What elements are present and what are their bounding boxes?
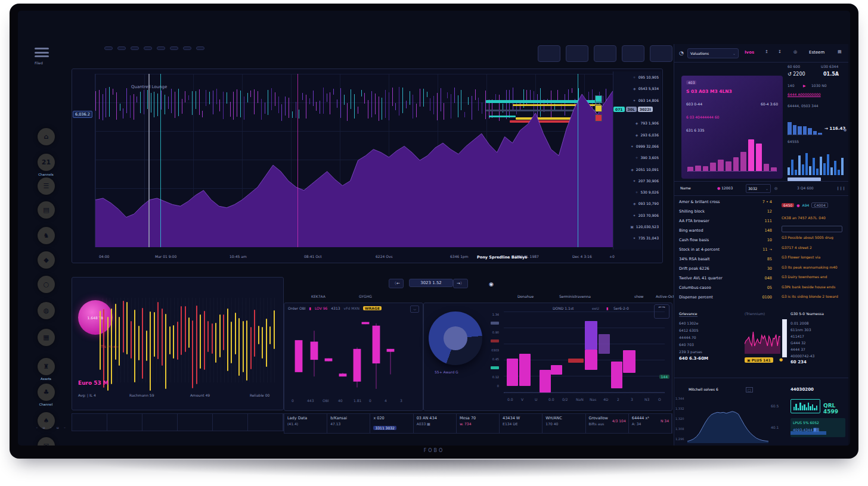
chart-mark [169, 326, 170, 354]
globe-icon[interactable]: ◎ [793, 49, 797, 54]
ladder-row[interactable]: ◈793 1,906 [613, 117, 661, 129]
tab[interactable] [213, 414, 248, 431]
glitch-block: LPUS 5% 6052 4093-4344 ▓▒ [790, 418, 845, 437]
summary-card[interactable]: 403 S 03 A03 M3 4LN3 603 0-44 60-4 3:60 … [681, 76, 783, 179]
year-dropdown[interactable]: 3032⌄ [746, 184, 771, 193]
candles-box-icon[interactable]: ⌵ [410, 306, 419, 313]
table-head-circle-icon[interactable]: ◎ [774, 186, 777, 190]
grid-icon[interactable]: ▤ [838, 49, 842, 54]
hamburger-menu-icon[interactable] [35, 48, 49, 57]
table-head-bars-icon[interactable]: ❙❙❙ [836, 186, 845, 190]
ladder-row[interactable]: ✦203 70,906 [613, 210, 661, 221]
card-link[interactable]: 6 03 40444444 60 [686, 115, 719, 119]
area-chart-box-icon[interactable]: ▢ [746, 387, 753, 392]
candles-badge[interactable]: WRAGE [363, 306, 382, 310]
toolbar-button[interactable] [622, 45, 644, 62]
status-cell[interactable]: b/Kansai 47.13 [327, 414, 370, 433]
ticker-box[interactable] [157, 46, 165, 50]
chip-cyan[interactable]: A94 [802, 203, 810, 207]
ladder-row[interactable]: ◈0543 5,934 [613, 83, 661, 94]
chip-red[interactable]: 6450 [782, 203, 794, 207]
toolbar-button[interactable] [594, 45, 616, 62]
forward-button[interactable]: →〉 [453, 279, 468, 288]
status-line2: 170 40 [545, 422, 582, 426]
tab[interactable] [72, 414, 107, 431]
status-cell[interactable]: x 020 3311 3032 [370, 414, 413, 433]
bell-icon[interactable]: ◉ [489, 281, 494, 287]
chart-mark: 08:41 Oct [304, 254, 322, 258]
table-head-name[interactable]: Name [680, 186, 691, 190]
chart-mark [710, 163, 716, 171]
plus-badge[interactable]: ▣ PLUS 141 [745, 357, 773, 363]
chart-plot-area[interactable]: Quantrell Lounge 04:00Mar 01 9:0010:45 a… [95, 74, 613, 247]
tab[interactable] [142, 414, 178, 431]
status-cell[interactable]: Lady Data (41.4) [284, 414, 327, 433]
ladder-row[interactable]: ✧095 10,905 [613, 71, 661, 83]
ladder-row[interactable]: ▣120,030,523 [613, 221, 661, 232]
sort-up-icon[interactable]: ↥ [765, 49, 768, 54]
donut-gauge[interactable] [429, 311, 482, 365]
teal-eq-badge[interactable] [790, 399, 820, 413]
chart-mark: Serministravenna [559, 294, 591, 298]
chart-mark [808, 403, 809, 410]
status-cell[interactable]: 64444 x¹ A: 34 N 34 [629, 414, 672, 433]
notes-chips: 6450 ● A94 C4004 [782, 202, 828, 208]
ladder-row[interactable]: ◈293 6,036 [613, 129, 661, 140]
back-button[interactable]: 〈← [389, 279, 404, 288]
right-panel: ◔ Valuations ⌄ Ivos ↥ ↧ ◎ Esteem ▤ 403 S… [674, 44, 848, 446]
tab[interactable] [178, 414, 213, 431]
ticker-box[interactable] [131, 46, 139, 50]
vertical-slider[interactable] [782, 319, 787, 357]
play-icon[interactable]: ▶ [803, 83, 806, 88]
status-cell[interactable]: 03 AN 434 A033 ▦ [414, 414, 457, 433]
ticker-box[interactable] [144, 46, 152, 50]
ticker-box[interactable] [196, 46, 204, 50]
mountain-right-tick2: 40.1 [771, 425, 779, 429]
status-cell[interactable]: 43434 W E134 DE [500, 414, 542, 433]
user-icon[interactable]: ◔ [679, 50, 684, 56]
ticker-box[interactable] [117, 46, 126, 50]
legend-swatch-red[interactable] [595, 114, 602, 122]
chart-mark: Reliable 00 [250, 393, 269, 397]
ladder-row[interactable]: ✦735 31,043 [613, 232, 661, 244]
legend-swatch-yellow[interactable] [595, 105, 602, 112]
rail-footer-icons[interactable]: ◦ ▫ ◦ ▫ ◦ [36, 425, 67, 429]
legend-swatch-teal[interactable] [595, 95, 602, 102]
tab-esteem[interactable]: Esteem [809, 50, 824, 55]
ladder-row[interactable]: ✦207 30,906 [613, 175, 661, 186]
ticker-box[interactable] [183, 46, 191, 50]
ladder-row[interactable]: ✧530 9,026 [613, 186, 661, 198]
ladder-row[interactable]: ✦0999 32,066 [613, 141, 661, 152]
chart-mark: 6346 1pm [450, 254, 469, 258]
ladder-row[interactable]: ✦093 14,806 [613, 95, 661, 106]
status-cell[interactable]: Mesa 70 w. 734 [457, 414, 500, 433]
current-price-badge[interactable]: 6,036.2 [73, 111, 92, 118]
ladder-row[interactable]: ◈2051 10,091 [613, 163, 661, 175]
sort-down-icon[interactable]: ↧ [778, 49, 782, 54]
table-head-dot[interactable]: ● 12003 [717, 186, 733, 190]
ticker-box[interactable] [170, 46, 178, 50]
ladder-row[interactable]: ◈093 10,790 [613, 198, 661, 209]
mini-link[interactable]: 6444 A000000000 [788, 92, 821, 96]
price-ladder[interactable]: ✧095 10,905◈0543 5,934✦093 14,806◈793 1,… [613, 71, 661, 250]
toolbar-button[interactable] [650, 45, 672, 62]
range-box[interactable]: 3023 1.52 [409, 279, 453, 287]
tab-ivos[interactable]: Ivos [745, 50, 754, 55]
tab[interactable] [107, 414, 142, 431]
chart-mark: 0/2 [562, 397, 568, 401]
tab[interactable] [248, 414, 283, 431]
ladder-row-icon: ✧ [633, 75, 636, 79]
status-cell[interactable]: Grovallow Bifts aus 4/3 104 [586, 414, 629, 433]
chart-mark: 40 [338, 398, 343, 403]
toolbar-button[interactable] [538, 45, 560, 62]
toolbar-button[interactable] [566, 45, 588, 62]
ladder-highlight-row[interactable]: 071 30L 3022I [613, 107, 653, 112]
ladder-row[interactable]: ✧390 3,605 [613, 152, 661, 163]
search-input[interactable]: Valuations ⌄ [687, 48, 739, 58]
chart-mark: Mar 01 9:00 [155, 254, 176, 258]
card-mini-bars [687, 136, 777, 172]
chip-box[interactable]: C4004 [811, 202, 827, 208]
ticker-box[interactable] [104, 46, 113, 50]
bars-legend-box[interactable]: ⌐¬ [654, 304, 669, 319]
status-cell[interactable]: WH/ANC 170 40 [542, 414, 585, 433]
